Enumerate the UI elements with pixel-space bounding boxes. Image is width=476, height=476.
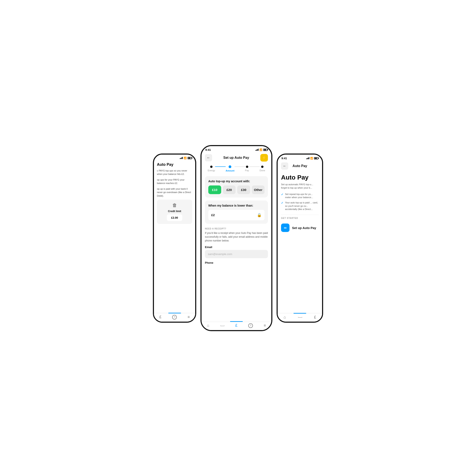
pound-icon-right: £: [314, 315, 316, 320]
scene: 📶 Auto Pay c PAYG top-ups so you never w…: [126, 126, 350, 350]
help-icon-left: ?: [172, 315, 177, 320]
infinity-icon: ∞: [281, 223, 289, 232]
center-phone: 9:41 📶 ←: [201, 145, 272, 331]
nav-home-right[interactable]: ⌂: [284, 315, 286, 320]
step-dot-done: [261, 166, 263, 168]
step-label-done: Done: [260, 169, 265, 172]
lock-icon: 🔒: [257, 213, 262, 217]
step-line-2: [235, 166, 245, 167]
nav-menu-left[interactable]: ≡: [187, 315, 190, 319]
nav-activity-center[interactable]: ◦—◦: [220, 324, 224, 327]
lightning-icon: ⚡: [262, 155, 266, 160]
center-header: ← Set up Auto Pay ⚡: [202, 152, 271, 163]
right-time: 9:41: [281, 157, 287, 160]
topup-card-title: Auto top-up my account with:: [208, 180, 265, 183]
center-status-bar: 9:41 📶: [202, 146, 271, 152]
left-phone: 📶 Auto Pay c PAYG top-ups so you never w…: [153, 153, 196, 323]
auto-pay-title: Auto Pay: [281, 174, 319, 181]
check-icon-2: ✓: [281, 201, 283, 204]
back-button-right[interactable]: ←: [281, 162, 288, 170]
check-item-1: ✓ Set repeat top-ups for yo... meter whe…: [281, 193, 319, 199]
lightning-button[interactable]: ⚡: [260, 154, 268, 162]
step-label-amount: Amount: [226, 169, 235, 172]
center-header-title: Set up Auto Pay: [223, 156, 249, 160]
receipt-section: NEED A RECEIPT? If you'd like a receipt …: [205, 227, 268, 267]
step-label-pay: Pay: [245, 169, 249, 172]
back-button-center[interactable]: ←: [205, 154, 212, 161]
back-icon-right: ←: [283, 164, 286, 168]
right-content: Auto Pay Set up automatic PAYG top-u... …: [278, 171, 322, 313]
step-pay: Pay: [245, 166, 249, 172]
left-bottom-nav: £ ? ≡: [154, 313, 195, 322]
activity-icon-right: ◦—◦: [298, 316, 302, 319]
nav-help-left[interactable]: ?: [172, 315, 177, 320]
credit-amount: £2.00: [167, 214, 182, 221]
signal-icon: [180, 157, 183, 159]
nav-pound-right[interactable]: £: [314, 315, 316, 320]
balance-value: £2: [211, 213, 215, 217]
setup-text: Set up Auto Pay: [292, 226, 316, 230]
right-bottom-nav: ⌂ ◦—◦ £: [278, 314, 322, 322]
wifi-icon: 📶: [184, 157, 187, 159]
step-line-1: [215, 166, 226, 167]
amount-other[interactable]: Other: [252, 186, 265, 194]
topup-card: Auto top-up my account with: £10 £20 £30…: [205, 176, 268, 198]
credit-limit-label: Credit limit: [168, 210, 181, 213]
amount-10[interactable]: £10: [208, 186, 221, 194]
back-icon-center: ←: [207, 156, 210, 160]
center-status-icons: 📶: [255, 149, 268, 151]
nav-activity-right[interactable]: ◦—◦: [298, 316, 302, 319]
menu-icon-left: ≡: [187, 315, 190, 319]
step-dot-pay: [246, 166, 248, 168]
check-icon-1: ✓: [281, 193, 283, 196]
left-content: Auto Pay c PAYG top-ups so you never whe…: [154, 160, 195, 313]
home-icon-right: ⌂: [284, 315, 286, 320]
check-text-1: Set repeat top-ups for yo... meter when …: [285, 193, 319, 199]
center-time: 9:41: [205, 148, 211, 152]
step-label-energy: Energy: [208, 169, 215, 172]
activity-icon-center: ◦—◦: [220, 324, 224, 327]
home-icon-center: ⌂: [207, 323, 209, 328]
right-status-icons: 📶: [306, 157, 318, 160]
nav-pound-center[interactable]: £: [235, 323, 238, 328]
step-dot-energy: [210, 166, 213, 168]
left-title: Auto Pay: [157, 162, 192, 167]
credit-card: 🗑 Credit limit £2.00: [157, 200, 192, 224]
step-amount: Amount: [226, 165, 235, 172]
nav-pound-left[interactable]: £: [159, 315, 161, 319]
trash-icon: 🗑: [172, 203, 177, 208]
battery-icon: [187, 157, 192, 159]
step-done: Done: [260, 166, 265, 172]
setup-autopay-button[interactable]: ∞ Set up Auto Pay: [281, 221, 319, 235]
nav-home-center[interactable]: ⌂: [207, 323, 209, 328]
amount-20[interactable]: £20: [223, 186, 236, 194]
nav-help-center[interactable]: ?: [248, 323, 253, 328]
center-signal-icon: [255, 149, 259, 151]
left-desc2: op-ups for your PAYG your balance reache…: [157, 178, 192, 185]
amount-30[interactable]: £30: [237, 186, 250, 194]
receipt-text: If you'd like a receipt when your Auto P…: [205, 231, 268, 242]
step-energy: Energy: [208, 166, 215, 172]
stepper: Energy Amount Pay Done: [202, 163, 271, 174]
help-icon-center: ?: [248, 323, 253, 328]
check-text-2: Your auto top-up is paid ... card, so yo…: [285, 201, 319, 211]
right-phone: 9:41 📶 ←: [277, 153, 323, 323]
right-battery-icon: [314, 157, 318, 159]
amount-options: £10 £20 £30 Other: [208, 186, 265, 194]
check-item-2: ✓ Your auto top-up is paid ... card, so …: [281, 201, 319, 211]
right-header-title: Auto Pay: [292, 164, 307, 168]
center-bottom-nav: ⌂ ◦—◦ £ ? ≡: [202, 322, 271, 330]
pound-icon-center: £: [235, 323, 238, 328]
step-line-3: [249, 166, 260, 167]
balance-card: When my balance is lower than: £2 🔒: [205, 201, 268, 224]
left-desc1: c PAYG top-ups so you never when your ba…: [157, 169, 192, 176]
email-input[interactable]: sam@example.com: [205, 250, 268, 258]
right-wifi-icon: 📶: [310, 157, 313, 160]
pound-icon-left: £: [159, 315, 161, 319]
balance-card-title: When my balance is lower than:: [208, 204, 265, 207]
auto-pay-desc: Set up automatic PAYG top-u... forget to…: [281, 183, 319, 190]
center-content: Auto top-up my account with: £10 £20 £30…: [202, 174, 271, 321]
nav-menu-center[interactable]: ≡: [264, 323, 266, 328]
step-dot-amount: [229, 165, 231, 168]
get-started-label: GET STARTED: [281, 215, 319, 219]
